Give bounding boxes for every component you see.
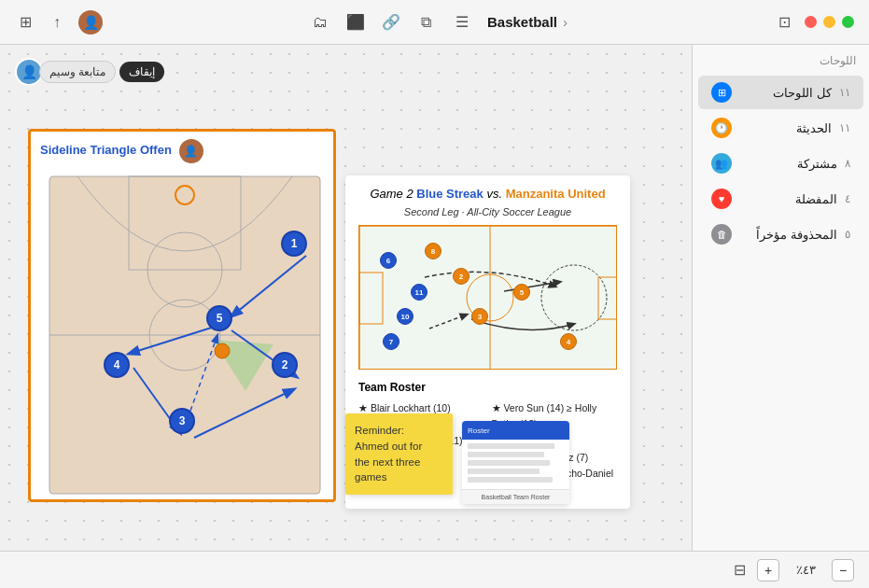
roster-thumb-footer: Basketball Team Roster <box>462 489 569 504</box>
sidebar-item-shared-right: مشتركة ٨ <box>797 157 850 171</box>
list-icon[interactable]: ☰ <box>452 12 472 33</box>
sidebar-item-recent-count: ١١ <box>839 121 850 134</box>
titlebar-center: 🗂 ⬛ 🔗 ⧉ ☰ Basketball › <box>310 12 568 33</box>
trash-icon: 🗑 <box>711 224 732 245</box>
maximize-button[interactable] <box>842 16 854 28</box>
thumb-row-4 <box>468 469 540 474</box>
title-text: Basketball <box>487 14 557 30</box>
main-layout: 👤 متابعة وسيم إيقاف Sideline Triangle Of… <box>0 45 869 551</box>
zoom-value: ٪٤٣ <box>787 563 824 577</box>
window-title: Basketball › <box>487 14 568 30</box>
player-1: 1 <box>281 231 307 257</box>
sidebar-item-shared-label: مشتركة <box>797 157 837 171</box>
sidebar-item-deleted-right: المحذوفة مؤخراً ٥ <box>756 228 850 242</box>
court-svg <box>31 167 336 502</box>
sidebar-item-recent-label: الحديثة <box>796 121 832 135</box>
sidebar-item-deleted-label: المحذوفة مؤخراً <box>756 228 837 242</box>
titlebar-right: ⊡ <box>775 12 854 33</box>
sidebar-item-shared-count: ٨ <box>845 157 850 170</box>
avatar-small: 👤 <box>179 139 203 163</box>
team2-name: Manzanita United <box>506 187 606 201</box>
player-3: 3 <box>169 408 195 434</box>
s-player-3: 3 <box>471 308 488 325</box>
svg-rect-14 <box>359 226 617 370</box>
s-player-10: 10 <box>397 308 413 325</box>
team1-name: Blue Streak <box>416 187 484 201</box>
sidebar-item-deleted-count: ٥ <box>845 228 850 241</box>
copy-icon[interactable]: ⧉ <box>416 12 437 33</box>
grid-icon: ⊞ <box>711 82 732 103</box>
s-player-2: 2 <box>453 268 470 285</box>
sidebar-toggle-icon[interactable]: ⊡ <box>775 12 795 33</box>
title-chevron: › <box>563 14 568 30</box>
square-grid-icon[interactable]: ⊞ <box>15 12 35 33</box>
player-2: 2 <box>272 352 298 378</box>
s-player-6: 6 <box>380 252 397 269</box>
sidebar-item-all-right: كل اللوحات ١١ <box>773 86 850 100</box>
basketball-card: Sideline Triangle Offen 👤 <box>28 129 336 502</box>
sidebar-item-favorites-count: ٤ <box>845 192 850 205</box>
sidebar-item-shared[interactable]: 👥 مشتركة ٨ <box>698 147 863 180</box>
following-button[interactable]: متابعة وسيم <box>39 61 116 83</box>
thumb-row-2 <box>468 452 544 457</box>
collab-bar: 👤 متابعة وسيم إيقاف <box>15 58 164 86</box>
s-player-5: 5 <box>513 284 530 301</box>
sticky-note[interactable]: Reminder: Ahmed out for the next three g… <box>345 413 453 495</box>
minimize-button[interactable] <box>823 16 835 28</box>
sidebar-item-favorites[interactable]: ♥ المفضلة ٤ <box>698 182 863 216</box>
basketball-title: Sideline Triangle Offen 👤 <box>31 132 333 167</box>
sidebar-item-favorites-right: المفضلة ٤ <box>795 192 850 206</box>
people-icon: 👥 <box>711 153 732 174</box>
bottom-bar: ⊟ + ٪٤٣ − <box>0 551 869 588</box>
following-label: متابعة وسيم <box>49 65 105 78</box>
roster-thumbnail[interactable]: Roster Basketball Team Roster <box>462 421 569 504</box>
thumb-row-1 <box>468 443 554 449</box>
svg-point-13 <box>215 343 230 358</box>
s-player-7: 7 <box>383 333 399 350</box>
sticky-note-text: Reminder: Ahmed out for the next three g… <box>355 425 422 483</box>
s-player-8: 8 <box>425 243 442 259</box>
sidebar-header: اللوحات <box>693 54 869 75</box>
heart-icon: ♥ <box>711 189 732 209</box>
zoom-minus-button[interactable]: − <box>832 559 854 581</box>
sidebar-item-recent-right: الحديثة ١١ <box>796 121 850 135</box>
sidebar-item-all-count: ١١ <box>839 86 850 99</box>
sidebar-item-deleted[interactable]: 🗑 المحذوفة مؤخراً ٥ <box>698 217 863 251</box>
link-icon[interactable]: 🔗 <box>381 12 401 33</box>
soccer-field: 6 11 10 7 8 2 5 3 4 <box>358 225 617 370</box>
zoom-add-button[interactable]: + <box>757 559 779 581</box>
roster-title: Team Roster <box>358 379 617 397</box>
folder-icon[interactable]: 🗂 <box>310 12 330 33</box>
soccer-subtitle: Second Leg · All-City Soccer League <box>358 206 617 217</box>
person-avatar[interactable]: 👤 <box>78 10 103 35</box>
display-icon[interactable]: ⬛ <box>345 12 366 33</box>
roster-thumb-body <box>462 440 569 489</box>
share-icon[interactable]: ↑ <box>47 12 67 33</box>
soccer-title: Game 2 Blue Streak vs. Manzanita United <box>358 187 617 201</box>
stop-button[interactable]: إيقاف <box>119 62 164 82</box>
sidebar-item-all[interactable]: ⊞ كل اللوحات ١١ <box>698 76 863 109</box>
field-svg <box>359 226 617 370</box>
s-player-4: 4 <box>560 333 577 350</box>
player-5: 5 <box>206 305 232 331</box>
sidebar-item-favorites-label: المفضلة <box>795 192 837 206</box>
sidebar: اللوحات ⊞ كل اللوحات ١١ 🕐 الحديثة ١١ 👥 م… <box>692 45 869 551</box>
clock-icon: 🕐 <box>711 118 732 138</box>
basketball-court: 1 5 4 3 2 <box>31 167 333 502</box>
thumb-row-3 <box>468 460 550 466</box>
player-4: 4 <box>104 352 130 378</box>
thumb-row-5 <box>468 477 553 483</box>
panels-icon[interactable]: ⊟ <box>729 560 750 581</box>
thumb-header-text: Roster <box>468 427 490 435</box>
traffic-lights <box>805 16 854 28</box>
roster-thumb-header: Roster <box>462 421 569 440</box>
sidebar-item-recent[interactable]: 🕐 الحديثة ١١ <box>698 111 863 145</box>
close-button[interactable] <box>805 16 817 28</box>
titlebar: ⊞ ↑ 👤 🗂 ⬛ 🔗 ⧉ ☰ Basketball › ⊡ <box>0 0 869 45</box>
canvas-area[interactable]: 👤 متابعة وسيم إيقاف Sideline Triangle Of… <box>0 45 692 551</box>
titlebar-left: ⊞ ↑ 👤 <box>15 10 103 35</box>
sidebar-item-all-label: كل اللوحات <box>773 86 832 100</box>
s-player-11: 11 <box>411 284 427 301</box>
